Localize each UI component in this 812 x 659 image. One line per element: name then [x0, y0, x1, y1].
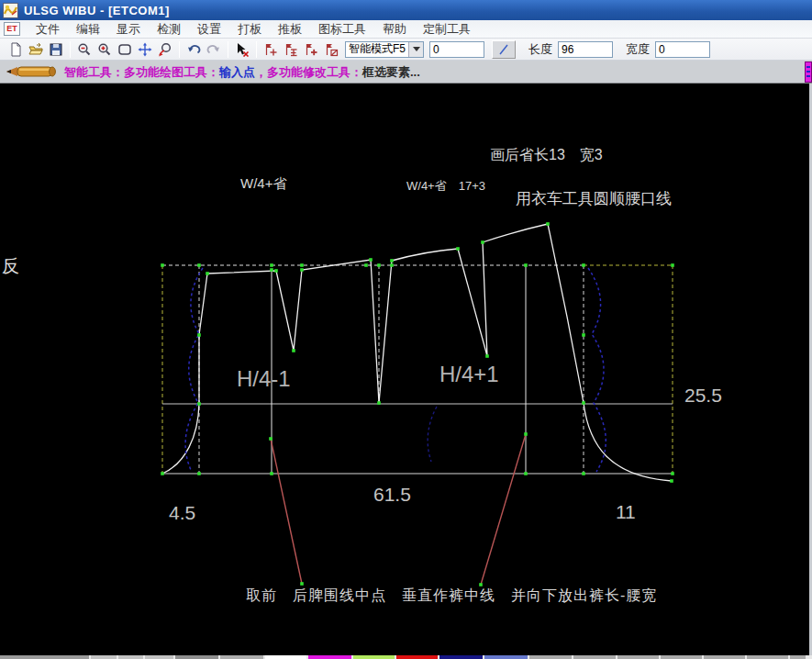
palette-segment[interactable]	[529, 655, 572, 659]
palette-segment[interactable]	[747, 655, 788, 659]
control-point[interactable]	[300, 582, 304, 586]
view-window-button[interactable]	[115, 40, 135, 59]
width-input[interactable]	[655, 41, 710, 58]
control-point[interactable]	[481, 240, 484, 244]
palette-segment[interactable]	[484, 655, 528, 659]
prompt-text: 智能工具：多功能绘图工具：输入点，多功能修改工具：框选要素...	[64, 63, 420, 81]
palette-segment[interactable]	[145, 655, 173, 659]
palette-segment[interactable]	[661, 655, 702, 659]
control-point[interactable]	[197, 333, 201, 337]
control-point[interactable]	[582, 472, 585, 475]
menu-item[interactable]: 显示	[108, 19, 149, 39]
palette-segment[interactable]	[353, 655, 395, 659]
value-input[interactable]	[429, 41, 484, 58]
pan-button[interactable]	[135, 40, 155, 59]
control-point[interactable]	[300, 268, 304, 272]
control-point[interactable]	[524, 472, 528, 475]
palette-segment[interactable]	[91, 655, 117, 659]
control-point[interactable]	[671, 263, 674, 267]
control-point[interactable]	[369, 258, 373, 262]
mode-select[interactable]: 智能模式F5	[345, 41, 424, 58]
palette-segment[interactable]	[704, 655, 745, 659]
control-point[interactable]	[390, 263, 394, 267]
control-point[interactable]	[524, 432, 528, 436]
control-point[interactable]	[197, 472, 201, 475]
document-icon[interactable]: ET	[4, 22, 20, 36]
save-button[interactable]	[46, 40, 66, 59]
palette-segment[interactable]	[0, 655, 89, 659]
width-label: 宽度	[626, 41, 650, 58]
menu-item[interactable]: 图标工具	[310, 19, 374, 39]
menu-item[interactable]: 打板	[229, 19, 270, 39]
new-file-button[interactable]	[6, 40, 26, 59]
open-file-button[interactable]	[26, 40, 46, 59]
control-point[interactable]	[197, 263, 201, 267]
control-point[interactable]	[270, 268, 273, 272]
align-point-button[interactable]	[281, 40, 301, 59]
palette-segment[interactable]	[175, 655, 218, 659]
prompt-segment: 智能工具：	[64, 65, 124, 79]
menu-item[interactable]: 设置	[189, 19, 229, 39]
undo-icon	[186, 42, 201, 57]
menu-items: 文件编辑显示检测设置打板推板图标工具帮助定制工具	[28, 19, 479, 39]
control-point[interactable]	[161, 263, 164, 267]
title-bar[interactable]: ULSG WIBU - [ETCOM1]	[0, 0, 812, 20]
palette-segment[interactable]	[396, 655, 438, 659]
control-point[interactable]	[670, 479, 673, 483]
control-point[interactable]	[300, 263, 304, 267]
control-point[interactable]	[197, 402, 201, 406]
menu-item[interactable]: 推板	[270, 19, 310, 39]
open-file-icon	[28, 42, 43, 57]
color-palette-bar[interactable]	[0, 655, 812, 659]
palette-segment[interactable]	[439, 655, 483, 659]
palette-segment[interactable]	[790, 655, 806, 659]
control-point[interactable]	[456, 247, 460, 251]
control-point[interactable]	[161, 472, 164, 475]
palette-segment[interactable]	[573, 655, 616, 659]
control-point[interactable]	[485, 354, 489, 358]
control-point[interactable]	[377, 263, 381, 267]
length-input[interactable]	[558, 41, 613, 58]
palette-segment[interactable]	[220, 655, 263, 659]
menu-item[interactable]: 帮助	[374, 19, 415, 39]
control-point[interactable]	[292, 349, 295, 352]
palette-segment[interactable]	[118, 655, 143, 659]
control-point[interactable]	[582, 333, 585, 337]
zoom-out-button[interactable]	[74, 40, 95, 59]
control-point[interactable]	[524, 263, 528, 267]
control-point[interactable]	[269, 437, 273, 441]
palette-corner-button[interactable]	[805, 61, 812, 83]
palette-segment[interactable]	[308, 655, 351, 659]
palette-segment[interactable]	[617, 655, 659, 659]
chevron-down-icon[interactable]	[408, 42, 423, 57]
control-point[interactable]	[390, 259, 394, 262]
palette-segment[interactable]	[265, 655, 306, 659]
menu-item[interactable]: 定制工具	[415, 19, 479, 39]
menu-item[interactable]: 检测	[149, 19, 189, 39]
move-point-button[interactable]	[261, 40, 281, 59]
undo-button[interactable]	[184, 40, 204, 59]
control-point[interactable]	[582, 263, 585, 267]
drawing-canvas[interactable]: 反 画后省长13 宽3 W/4+省 W/4+省 17+3 用衣车工具圆顺腰口线 …	[0, 84, 812, 655]
length-label: 长度	[528, 41, 552, 58]
delete-element-button[interactable]	[321, 40, 341, 59]
prompt-bar: 智能工具：多功能绘图工具：输入点，多功能修改工具：框选要素...	[0, 61, 812, 84]
add-point-button[interactable]	[301, 40, 321, 59]
control-point[interactable]	[274, 269, 278, 273]
menu-item[interactable]: 编辑	[68, 19, 108, 39]
zoom-select-button[interactable]	[155, 40, 175, 59]
control-point[interactable]	[270, 472, 273, 475]
redo-button[interactable]	[204, 40, 224, 59]
menu-item[interactable]: 文件	[28, 19, 68, 39]
zoom-select-icon	[158, 42, 172, 57]
control-point[interactable]	[364, 263, 368, 267]
control-point[interactable]	[671, 472, 674, 475]
control-point[interactable]	[270, 263, 273, 267]
control-point[interactable]	[377, 401, 381, 405]
control-point[interactable]	[206, 272, 209, 275]
select-delete-button[interactable]	[232, 40, 252, 59]
line-tool-button[interactable]	[492, 40, 516, 59]
control-point[interactable]	[582, 401, 585, 405]
zoom-in-button[interactable]	[95, 40, 115, 59]
control-point[interactable]	[546, 222, 550, 226]
